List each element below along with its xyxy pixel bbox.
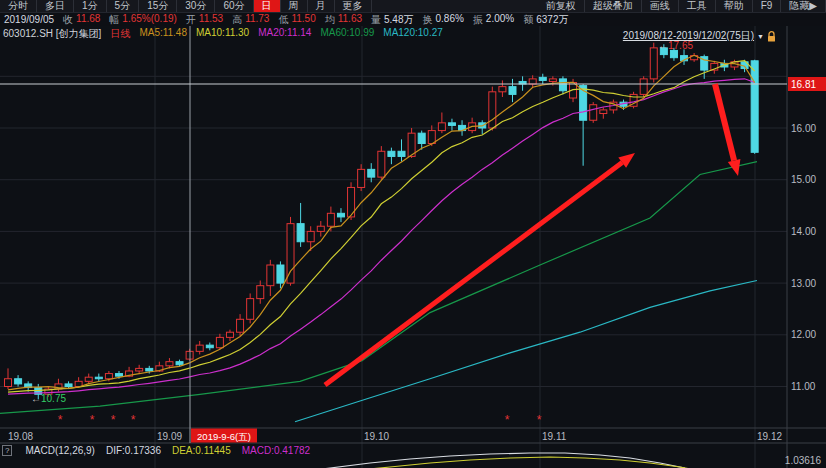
btn-help[interactable]: 帮助 — [716, 0, 753, 12]
ma20-legend: MA20:11.14 — [258, 27, 311, 41]
quote-amount: 额6372万 — [523, 13, 568, 26]
tab-60min[interactable]: 60分 — [215, 0, 253, 12]
macd-label-row: ? MACD(12,26,9) DIF:0.17336 DEA:0.11445 … — [2, 445, 310, 456]
svg-text:19.10: 19.10 — [364, 431, 389, 442]
chart-legend: 603012.SH [创力集团] 日线 MA5:11.48 MA10:11.30… — [3, 27, 443, 41]
svg-text:*: * — [131, 413, 136, 427]
svg-text:*: * — [58, 413, 63, 427]
quote-low: 低11.50 — [278, 13, 315, 26]
macd-scale-label: 1.03616 — [785, 455, 821, 466]
btn-f9[interactable]: F9 — [753, 0, 782, 12]
period-toolbar: 分时 多日 1分 5分 15分 30分 60分 日 周 月 更多 前复权 超级叠… — [0, 0, 826, 13]
svg-text:13.00: 13.00 — [791, 278, 816, 289]
ma60-legend: MA60:10.99 — [320, 27, 374, 41]
svg-text:16.81: 16.81 — [791, 79, 816, 90]
quote-amplitude: 振2.00% — [473, 13, 514, 26]
tab-duori[interactable]: 多日 — [37, 0, 74, 12]
lock-icon — [767, 31, 776, 42]
macd-dea-value: DEA:0.11445 — [172, 445, 231, 456]
quote-avg: 均11.63 — [325, 13, 362, 26]
tab-1min[interactable]: 1分 — [74, 0, 107, 12]
tab-weekly[interactable]: 周 — [281, 0, 308, 12]
svg-text:*: * — [537, 413, 542, 427]
chevron-down-icon[interactable]: ▼ — [757, 33, 764, 40]
btn-draw-line[interactable]: 画线 — [642, 0, 679, 12]
tab-5min[interactable]: 5分 — [107, 0, 140, 12]
svg-text:19.11: 19.11 — [542, 431, 567, 442]
date-range-text[interactable]: 2019/08/12-2019/12/02(75日) — [623, 29, 754, 43]
chart-area: ******←10.75←17.6519.0819.0919.1019.1119… — [0, 26, 826, 468]
svg-text:15.00: 15.00 — [791, 174, 816, 185]
svg-text:19.08: 19.08 — [8, 431, 33, 442]
candlestick-chart[interactable]: ******←10.75←17.6519.0819.0919.1019.1119… — [0, 26, 826, 468]
btn-forward-adjust[interactable]: 前复权 — [538, 0, 585, 12]
crosshair-date-box: 2019-9-6(五) — [191, 429, 257, 443]
x-axis-labels: 19.0819.0919.1019.1119.12 — [8, 431, 782, 442]
quote-date: 2019/09/05 — [4, 14, 54, 25]
quote-open: 开11.53 — [186, 13, 223, 26]
crosshair-price-box: 16.81 — [788, 77, 826, 91]
tab-daily-active[interactable]: 日 — [254, 0, 281, 12]
annotation-arrow-up — [325, 153, 635, 385]
quote-volume: 量5.48万 — [371, 13, 413, 26]
ma10-legend: MA10:11.30 — [196, 27, 249, 41]
tab-fenshi[interactable]: 分时 — [0, 0, 37, 12]
svg-text:16.00: 16.00 — [791, 123, 816, 134]
svg-text:12.00: 12.00 — [791, 329, 816, 340]
svg-text:2019-9-6(五): 2019-9-6(五) — [197, 431, 251, 442]
annotation-arrow-down — [715, 84, 740, 176]
svg-text:*: * — [111, 413, 116, 427]
stock-code-label: 603012.SH [创力集团] — [3, 27, 101, 41]
quote-info-bar: 2019/09/05 收11.68 幅1.65%(0.19) 开11.53 高1… — [0, 13, 826, 26]
quote-close: 收11.68 — [63, 13, 100, 26]
btn-tools[interactable]: 工具 — [679, 0, 716, 12]
svg-text:11.00: 11.00 — [791, 381, 816, 392]
svg-text:*: * — [90, 413, 95, 427]
ma-lines-layer — [0, 55, 757, 421]
svg-text:19.12: 19.12 — [757, 431, 782, 442]
toolbar-spacer — [372, 0, 538, 12]
quote-high: 高11.73 — [232, 13, 269, 26]
ma5-legend: MA5:11.48 — [139, 27, 187, 41]
quote-change: 幅1.65%(0.19) — [109, 13, 176, 26]
svg-text:14.00: 14.00 — [791, 226, 816, 237]
btn-super-overlay[interactable]: 超级叠加 — [585, 0, 642, 12]
help-icon[interactable]: ? — [2, 445, 12, 456]
grid-layer — [0, 26, 826, 468]
period-label: 日线 — [110, 27, 130, 41]
low-price-label: ←10.75 — [31, 393, 66, 404]
macd-curves — [288, 453, 700, 468]
svg-text:19.09: 19.09 — [157, 431, 182, 442]
macd-dif-value: DIF:0.17336 — [106, 445, 161, 456]
tab-monthly[interactable]: 月 — [308, 0, 335, 12]
quote-turnover: 换0.86% — [423, 13, 464, 26]
tab-15min[interactable]: 15分 — [139, 0, 177, 12]
svg-text:*: * — [505, 413, 510, 427]
macd-title[interactable]: MACD(12,26,9) — [25, 445, 94, 456]
date-range-selector[interactable]: 2019/08/12-2019/12/02(75日) ▼ — [623, 29, 776, 43]
ma120-legend: MA120:10.27 — [383, 27, 443, 41]
tab-more[interactable]: 更多 — [335, 0, 372, 12]
y-axis-labels: 16.0015.0014.0013.0012.0011.00 — [791, 123, 816, 393]
macd-macd-value: MACD:0.41782 — [242, 445, 310, 456]
btn-hide[interactable]: 隐藏▶ — [781, 0, 826, 12]
tab-30min[interactable]: 30分 — [177, 0, 215, 12]
